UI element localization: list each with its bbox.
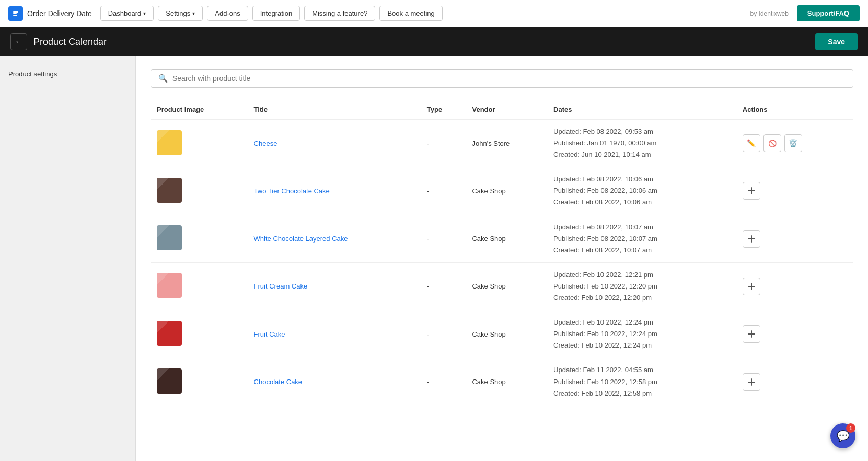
action-buttons: ✏️🚫🗑️: [743, 134, 847, 152]
add-calendar-button[interactable]: [743, 373, 760, 391]
product-dates-cell: Updated: Feb 08 2022, 09:53 amPublished:…: [547, 119, 736, 167]
svg-rect-1: [13, 11, 18, 13]
svg-rect-2: [13, 13, 17, 14]
search-icon: 🔍: [158, 74, 168, 83]
table-row: Chocolate Cake-Cake ShopUpdated: Feb 11 …: [151, 358, 853, 406]
save-button[interactable]: Save: [815, 33, 858, 50]
add-calendar-button[interactable]: [743, 325, 760, 343]
product-image-cell: [151, 119, 248, 167]
col-vendor: Vendor: [466, 100, 547, 119]
chat-bubble[interactable]: 💬 1: [830, 423, 855, 448]
action-buttons: [743, 278, 847, 295]
product-image-cell: [151, 358, 248, 406]
product-image-cell: [151, 310, 248, 358]
support-faq-btn[interactable]: Support/FAQ: [797, 5, 860, 21]
product-actions-cell: [736, 262, 853, 310]
table-row: Two Tier Chocolate Cake-Cake ShopUpdated…: [151, 167, 853, 215]
top-bar: Order Delivery Date Dashboard ▾ Settings…: [0, 0, 868, 27]
action-buttons: [743, 373, 847, 391]
book-meeting-btn[interactable]: Book a meeting: [379, 6, 442, 21]
product-image: [157, 273, 182, 298]
product-image: [157, 368, 182, 394]
product-dates-cell: Updated: Feb 11 2022, 04:55 amPublished:…: [547, 358, 736, 406]
product-dates-cell: Updated: Feb 10 2022, 12:21 pmPublished:…: [547, 262, 736, 310]
settings-btn[interactable]: Settings ▾: [158, 6, 203, 21]
addons-btn[interactable]: Add-ons: [207, 6, 248, 21]
product-type-cell: -: [421, 215, 466, 262]
product-title-link[interactable]: Chocolate Cake: [254, 378, 303, 386]
settings-arrow-icon: ▾: [192, 10, 195, 16]
product-title-link[interactable]: Fruit Cake: [254, 330, 285, 338]
product-title-cell: Fruit Cream Cake: [248, 262, 421, 310]
product-dates-cell: Updated: Feb 08 2022, 10:06 amPublished:…: [547, 167, 736, 215]
table-row: Cheese-John's StoreUpdated: Feb 08 2022,…: [151, 119, 853, 167]
edit-button[interactable]: ✏️: [743, 134, 760, 152]
app-logo: Order Delivery Date: [8, 6, 92, 21]
col-actions: Actions: [736, 100, 853, 119]
product-actions-cell: [736, 310, 853, 358]
product-image-cell: [151, 167, 248, 215]
product-title-cell: Fruit Cake: [248, 310, 421, 358]
col-dates: Dates: [547, 100, 736, 119]
product-vendor-cell: Cake Shop: [466, 262, 547, 310]
by-label: by Identixweb: [750, 10, 789, 17]
product-actions-cell: [736, 167, 853, 215]
product-title-link[interactable]: White Chocolate Layered Cake: [254, 235, 348, 243]
delete-button[interactable]: 🗑️: [784, 134, 802, 152]
product-image: [157, 130, 182, 155]
product-actions-cell: [736, 358, 853, 406]
product-vendor-cell: John's Store: [466, 119, 547, 167]
product-image-cell: [151, 262, 248, 310]
col-product-image: Product image: [151, 100, 248, 119]
product-actions-cell: ✏️🚫🗑️: [736, 119, 853, 167]
product-image: [157, 178, 182, 203]
dashboard-btn[interactable]: Dashboard ▾: [100, 6, 154, 21]
product-type-cell: -: [421, 310, 466, 358]
product-title-cell: Two Tier Chocolate Cake: [248, 167, 421, 215]
dashboard-arrow-icon: ▾: [143, 10, 146, 16]
product-vendor-cell: Cake Shop: [466, 310, 547, 358]
back-button[interactable]: ←: [10, 33, 27, 50]
logo-icon: [8, 6, 23, 21]
action-buttons: [743, 325, 847, 343]
product-image: [157, 321, 182, 346]
table-row: Fruit Cake-Cake ShopUpdated: Feb 10 2022…: [151, 310, 853, 358]
visibility-toggle-button[interactable]: 🚫: [763, 134, 781, 152]
table-row: Fruit Cream Cake-Cake ShopUpdated: Feb 1…: [151, 262, 853, 310]
product-image-cell: [151, 215, 248, 262]
add-calendar-button[interactable]: [743, 230, 760, 248]
missing-feature-btn[interactable]: Missing a feature?: [304, 6, 375, 21]
back-arrow-icon: ←: [15, 37, 23, 47]
top-bar-right: by Identixweb Support/FAQ: [750, 5, 860, 21]
product-vendor-cell: Cake Shop: [466, 358, 547, 406]
page-title: Product Calendar: [33, 37, 107, 48]
sidebar-item-product-settings[interactable]: Product settings: [8, 67, 127, 81]
product-table: Product image Title Type Vendor Dates Ac…: [151, 100, 853, 406]
table-header-row: Product image Title Type Vendor Dates Ac…: [151, 100, 853, 119]
product-vendor-cell: Cake Shop: [466, 215, 547, 262]
product-image: [157, 225, 182, 250]
product-type-cell: -: [421, 119, 466, 167]
product-vendor-cell: Cake Shop: [466, 167, 547, 215]
col-type: Type: [421, 100, 466, 119]
action-buttons: [743, 230, 847, 248]
product-title-cell: White Chocolate Layered Cake: [248, 215, 421, 262]
add-calendar-button[interactable]: [743, 278, 760, 295]
add-calendar-button[interactable]: [743, 182, 760, 200]
action-buttons: [743, 182, 847, 200]
table-row: White Chocolate Layered Cake-Cake ShopUp…: [151, 215, 853, 262]
svg-rect-3: [13, 15, 17, 16]
product-title-cell: Cheese: [248, 119, 421, 167]
product-title-link[interactable]: Fruit Cream Cake: [254, 282, 308, 290]
search-input[interactable]: [172, 74, 846, 83]
product-type-cell: -: [421, 358, 466, 406]
integration-btn[interactable]: Integration: [252, 6, 300, 21]
product-title-link[interactable]: Cheese: [254, 140, 277, 147]
product-dates-cell: Updated: Feb 10 2022, 12:24 pmPublished:…: [547, 310, 736, 358]
sidebar: Product settings: [0, 56, 136, 461]
content-area: 🔍 Product image Title Type Vendor Dates …: [136, 56, 868, 461]
product-title-cell: Chocolate Cake: [248, 358, 421, 406]
product-title-link[interactable]: Two Tier Chocolate Cake: [254, 187, 330, 195]
product-actions-cell: [736, 215, 853, 262]
search-bar: 🔍: [151, 69, 853, 88]
